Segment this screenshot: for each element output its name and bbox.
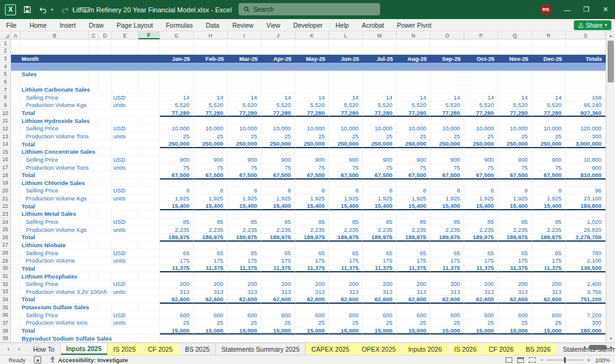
- cell[interactable]: [329, 210, 363, 218]
- cell[interactable]: [89, 242, 98, 250]
- cell[interactable]: [11, 234, 20, 242]
- cell[interactable]: 600: [295, 311, 329, 319]
- cell[interactable]: [98, 71, 112, 79]
- cell[interactable]: 25: [498, 319, 532, 327]
- cell[interactable]: 5,520: [430, 101, 464, 109]
- cell[interactable]: 189,975: [228, 234, 261, 242]
- cell[interactable]: 85: [363, 218, 397, 226]
- cell[interactable]: 85: [532, 218, 566, 226]
- cell[interactable]: [11, 55, 20, 63]
- sheet-tab-inputs-2025[interactable]: Inputs 2025: [61, 343, 108, 355]
- cell[interactable]: [228, 86, 261, 94]
- cell[interactable]: [160, 272, 194, 280]
- unit-label[interactable]: units: [112, 257, 160, 265]
- sheet-tab-capex-2025[interactable]: CAPEX 2025: [306, 343, 356, 355]
- cell[interactable]: [138, 148, 160, 156]
- cell[interactable]: [20, 78, 89, 86]
- cell[interactable]: [160, 334, 194, 342]
- cell[interactable]: 77,280: [498, 109, 532, 117]
- cell[interactable]: [498, 86, 532, 94]
- cell[interactable]: 175: [532, 257, 566, 265]
- cell[interactable]: [160, 242, 194, 250]
- cell[interactable]: [138, 334, 160, 342]
- row-number[interactable]: 3: [0, 55, 11, 63]
- row-number[interactable]: 20: [0, 187, 11, 195]
- macro-record-icon[interactable]: ▣: [34, 356, 41, 363]
- cell[interactable]: [329, 180, 363, 188]
- tab-scroll-right-icon[interactable]: ›: [18, 346, 20, 352]
- cell[interactable]: [566, 47, 606, 55]
- cell[interactable]: 25: [397, 133, 430, 141]
- cell[interactable]: 1,925: [464, 195, 498, 203]
- section-label[interactable]: Byproduct Sodium Sulfate Sales: [20, 334, 89, 342]
- cell[interactable]: [397, 78, 430, 86]
- cell[interactable]: [566, 304, 606, 312]
- select-all-corner[interactable]: [0, 31, 11, 39]
- cell[interactable]: 15,400: [295, 202, 329, 210]
- cell[interactable]: [532, 117, 566, 125]
- row-number[interactable]: 27: [0, 242, 11, 250]
- cell[interactable]: 85: [464, 218, 498, 226]
- cell[interactable]: 8: [228, 187, 261, 195]
- cell[interactable]: [464, 71, 498, 79]
- line-item-label[interactable]: Selling Price: [20, 311, 112, 319]
- column-header-o[interactable]: O: [430, 31, 464, 39]
- total-label[interactable]: Total: [20, 140, 160, 148]
- row-number[interactable]: 24: [0, 218, 11, 226]
- cell[interactable]: 25: [295, 319, 329, 327]
- unit-label[interactable]: USD: [112, 311, 160, 319]
- line-item-label[interactable]: Selling Price: [20, 218, 112, 226]
- cell[interactable]: [532, 71, 566, 79]
- cell[interactable]: 900: [397, 156, 430, 164]
- cell[interactable]: 14: [363, 93, 397, 101]
- cell[interactable]: [194, 78, 228, 86]
- cell[interactable]: [160, 148, 194, 156]
- cell[interactable]: 900: [430, 156, 464, 164]
- cell[interactable]: 250,000: [228, 140, 261, 148]
- cell[interactable]: [11, 86, 20, 94]
- cell[interactable]: [532, 180, 566, 188]
- cell[interactable]: 900: [464, 156, 498, 164]
- cell[interactable]: [566, 39, 606, 47]
- cell[interactable]: 8: [498, 187, 532, 195]
- cell[interactable]: 200: [261, 280, 295, 288]
- cell[interactable]: 900: [498, 156, 532, 164]
- cell[interactable]: 25: [532, 319, 566, 327]
- sheet-tab-inputs-2026[interactable]: Inputs 2026: [403, 343, 449, 355]
- cell[interactable]: [138, 210, 160, 218]
- cell[interactable]: [98, 148, 112, 156]
- cell[interactable]: [11, 210, 20, 218]
- cell[interactable]: 75: [532, 164, 566, 172]
- cell[interactable]: [11, 242, 20, 250]
- cell[interactable]: [11, 280, 20, 288]
- cell[interactable]: 25: [430, 319, 464, 327]
- cell[interactable]: 75: [430, 164, 464, 172]
- cell[interactable]: 25: [498, 133, 532, 141]
- cell[interactable]: 23,100: [566, 195, 606, 203]
- cell[interactable]: 5,520: [261, 101, 295, 109]
- cell[interactable]: [329, 272, 363, 280]
- cell[interactable]: [98, 78, 112, 86]
- cell[interactable]: [430, 334, 464, 342]
- cell[interactable]: [464, 39, 498, 47]
- cell[interactable]: 25: [261, 133, 295, 141]
- cell[interactable]: [11, 156, 20, 164]
- cell[interactable]: 136,500: [566, 265, 606, 273]
- cell[interactable]: [532, 148, 566, 156]
- cell[interactable]: 600: [160, 311, 194, 319]
- cell[interactable]: [228, 39, 261, 47]
- cell[interactable]: 250,000: [194, 140, 228, 148]
- cell[interactable]: 75: [295, 164, 329, 172]
- cell[interactable]: 5,520: [498, 101, 532, 109]
- cell[interactable]: 14: [261, 93, 295, 101]
- cell[interactable]: 927,360: [566, 109, 606, 117]
- row-number[interactable]: 13: [0, 133, 11, 141]
- cell[interactable]: 2,279,700: [566, 234, 606, 242]
- cell[interactable]: [464, 117, 498, 125]
- cell[interactable]: [138, 272, 160, 280]
- cell[interactable]: 14: [397, 93, 430, 101]
- column-header-q[interactable]: Q: [498, 31, 532, 39]
- cell[interactable]: 1,925: [160, 195, 194, 203]
- cell[interactable]: 25: [194, 319, 228, 327]
- cell[interactable]: [397, 242, 430, 250]
